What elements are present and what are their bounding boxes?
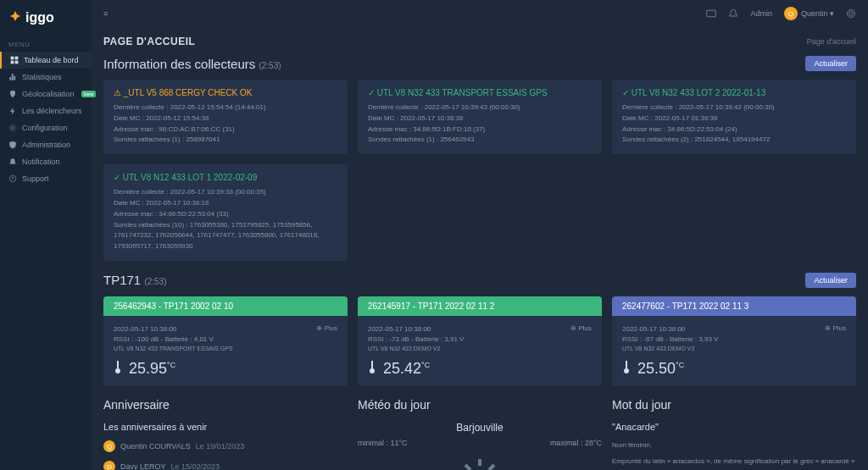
- tp-card[interactable]: 256462943 - TP171 2002 02 10 Plus 2022-0…: [103, 296, 348, 387]
- birthday-date: Le 19/01/2023: [196, 442, 245, 451]
- collector-last: Dernière collecte : 2022-05-17 10:39:38 …: [114, 187, 337, 198]
- weather-min: minimal : 11°C: [358, 439, 408, 447]
- collector-name: ⚠ _UTL V5 868 CERGY CHECK OK: [114, 88, 337, 97]
- svg-point-8: [849, 12, 854, 16]
- collector-probes: Sondes rattachées (1) : 256462943: [368, 135, 592, 146]
- thermometer-icon: [368, 360, 376, 373]
- brand-logo: iggo: [0, 7, 92, 36]
- tp-rssi: RSSI : -87 dB - Batterie : 3,93 V: [622, 335, 846, 345]
- nav-dashboard[interactable]: Tableau de bord: [0, 52, 92, 69]
- word-of-day: "Anacarde": [612, 422, 856, 432]
- svg-rect-3: [15, 61, 19, 64]
- collector-mac: Adresse mac : 98:CD:AC:B7:06:CC (31): [114, 124, 337, 135]
- nav-support[interactable]: ?Support: [0, 170, 92, 187]
- collector-mac: Adresse mac : 34:86:5D:22:53:04 (33): [114, 209, 337, 220]
- collector-last: Dernière collecte : 2022-05-12 15:54:54 …: [114, 102, 337, 113]
- nav-geo[interactable]: Géolocalisationbeta: [0, 86, 92, 102]
- thermometer-icon: [622, 360, 631, 373]
- tp-header: 262145917 - TP171 2022 02 11 2: [358, 296, 602, 316]
- nav-stats[interactable]: Statistiques: [0, 69, 92, 86]
- birthday-name: Davy LEROY: [120, 462, 166, 470]
- tp-more[interactable]: Plus: [316, 324, 337, 332]
- help-icon: ?: [8, 174, 17, 183]
- birthday-row: DDavy LEROY Le 15/02/2023: [103, 461, 348, 470]
- birthday-panel: Anniversaire Les anniversaires à venir Q…: [103, 398, 348, 470]
- collector-last: Dernière collecte : 2022-05-17 10:39:43 …: [368, 102, 592, 113]
- birthday-date: Le 15/02/2023: [171, 462, 220, 470]
- collector-last: Dernière collecte : 2022-05-17 10:38:42 …: [622, 102, 846, 113]
- topbar: ≡ Admin Q Quentin ▾: [92, 0, 868, 27]
- user-menu[interactable]: Q Quentin ▾: [784, 7, 834, 20]
- collector-date: Date MC : 2022-05-17 01:38:38: [622, 113, 846, 124]
- bolt-icon: [8, 107, 17, 115]
- svg-line-24: [489, 465, 494, 470]
- svg-rect-7: [707, 10, 716, 17]
- tp-more[interactable]: Plus: [570, 324, 592, 332]
- collector-card[interactable]: ✓ UTL V8 N32 433 TRANSPORT ESSAIS GPS De…: [358, 80, 602, 154]
- collector-date: Date MC : 2022-05-12 15:54:38: [114, 113, 337, 124]
- word-section1: Nom féminin.: [612, 440, 856, 451]
- bell-icon: [8, 158, 17, 166]
- tp-temp: 25.42°C: [383, 360, 430, 378]
- collector-card[interactable]: ✓ UTL V8 N32 433 LOT 2 2022-01-13 Derniè…: [612, 80, 856, 154]
- menu-label: MENU: [0, 36, 92, 52]
- chart-icon: [8, 73, 17, 81]
- breadcrumb[interactable]: Page d'accueil: [807, 37, 856, 46]
- message-icon[interactable]: [706, 8, 716, 19]
- thermometer-icon: [114, 360, 122, 373]
- settings-icon[interactable]: [846, 8, 856, 19]
- collector-date: Date MC : 2022-05-17 10:36:18: [114, 198, 337, 209]
- tp-temp: 25.50°C: [637, 360, 684, 378]
- tp-card[interactable]: 262477602 - TP171 2022 02 11 3 Plus 2022…: [612, 296, 856, 387]
- collector-card[interactable]: ✓ UTL V8 N12 433 LOT 1 2022-02-09 Derniè…: [103, 164, 348, 261]
- word-title: Mot du jour: [612, 398, 856, 412]
- avatar: Q: [103, 440, 115, 452]
- collector-card[interactable]: ⚠ _UTL V5 868 CERGY CHECK OK Dernière co…: [103, 80, 348, 154]
- weather-title: Météo du jour: [358, 398, 602, 412]
- svg-rect-14: [626, 361, 627, 369]
- tp-rssi: RSSI : -73 dB - Batterie : 3,91 V: [368, 335, 592, 345]
- svg-point-15: [624, 368, 629, 373]
- tp-header: 262477602 - TP171 2022 02 11 3: [612, 296, 856, 316]
- refresh-tp-button[interactable]: Actualiser: [805, 273, 856, 288]
- shield-icon: [8, 141, 17, 149]
- svg-point-9: [848, 10, 855, 18]
- gear-icon: [8, 124, 17, 132]
- tp-sub: UTL V8 N32 433 TRANSPORT ESSAIS GPS: [114, 345, 337, 354]
- collector-probes: Sondes rattachées (10) : 1763055380, 175…: [114, 220, 337, 252]
- tp-temp: 25.95°C: [129, 360, 175, 378]
- menu-toggle[interactable]: ≡: [103, 9, 108, 18]
- collector-name: ✓ UTL V8 N32 433 LOT 2 2022-01-13: [622, 88, 846, 97]
- nav-notif[interactable]: Notification: [0, 153, 92, 170]
- avatar: Q: [784, 7, 798, 20]
- tp-title: TP171 (2:53): [103, 273, 167, 287]
- svg-rect-10: [117, 361, 119, 369]
- tp-time: 2022-05-17 10:38:00: [114, 324, 337, 335]
- birthday-sub: Les anniversaires à venir: [103, 422, 348, 432]
- weather-panel: Météo du jour Barjouville minimal : 11°C…: [358, 398, 602, 470]
- svg-rect-0: [11, 57, 14, 60]
- svg-line-21: [465, 465, 470, 470]
- collector-probes: Sondes rattachées (1) : 258987041: [114, 135, 337, 146]
- refresh-collectors-button[interactable]: Actualiser: [805, 56, 856, 71]
- nav-config[interactable]: Configuration: [0, 119, 92, 136]
- tp-sub: UTL V8 N32 433 DEMO V2: [368, 345, 592, 354]
- tp-card[interactable]: 262145917 - TP171 2022 02 11 2 Plus 2022…: [358, 296, 602, 387]
- nav-admin[interactable]: Administration: [0, 136, 92, 153]
- weather-max: maximal : 28°C: [550, 439, 602, 447]
- sidebar: iggo MENU Tableau de bord Statistiques G…: [0, 0, 92, 470]
- tp-rssi: RSSI : -100 dB - Batterie : 4,01 V: [114, 335, 337, 345]
- svg-rect-2: [11, 61, 14, 64]
- map-pin-icon: [8, 90, 17, 98]
- tp-more[interactable]: Plus: [825, 324, 846, 332]
- weather-location: Barjouville: [358, 422, 602, 434]
- collector-mac: Adresse mac : 34:86:5D:22:53:04 (24): [622, 124, 846, 135]
- nav-triggers[interactable]: Les déclencheurs: [0, 102, 92, 119]
- word-panel: Mot du jour "Anacarde" Nom féminin. Empr…: [612, 398, 856, 470]
- birthday-row: QQuentin COURVALS Le 19/01/2023: [103, 440, 348, 452]
- tp-header: 256462943 - TP171 2002 02 10: [103, 296, 348, 316]
- logo-icon: [8, 11, 22, 25]
- tp-time: 2022-05-17 10:38:00: [368, 324, 592, 335]
- sun-icon: [358, 456, 602, 470]
- notification-icon[interactable]: [728, 8, 738, 19]
